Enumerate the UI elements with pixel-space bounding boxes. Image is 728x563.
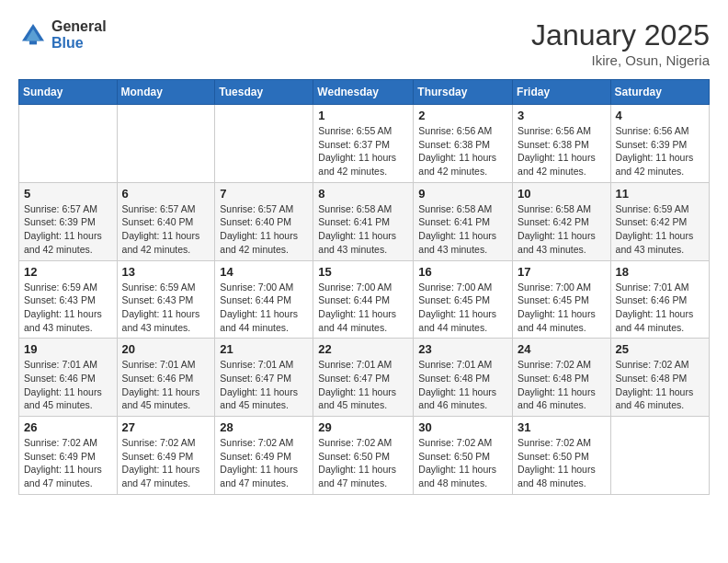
day-number: 13 <box>122 265 210 279</box>
day-number: 3 <box>518 109 606 122</box>
day-number: 8 <box>318 187 408 201</box>
calendar-cell: 8Sunrise: 6:58 AM Sunset: 6:41 PM Daylig… <box>313 182 414 260</box>
calendar-cell: 4Sunrise: 6:56 AM Sunset: 6:39 PM Daylig… <box>610 105 709 183</box>
day-number: 22 <box>318 342 408 356</box>
day-number: 7 <box>220 187 308 201</box>
calendar-cell: 30Sunrise: 7:02 AM Sunset: 6:50 PM Dayli… <box>414 417 513 495</box>
calendar-cell: 31Sunrise: 7:02 AM Sunset: 6:50 PM Dayli… <box>513 417 611 495</box>
calendar-cell: 3Sunrise: 6:56 AM Sunset: 6:38 PM Daylig… <box>513 105 611 183</box>
day-number: 25 <box>616 342 704 356</box>
day-number: 5 <box>24 187 112 201</box>
day-info: Sunrise: 6:55 AM Sunset: 6:37 PM Dayligh… <box>318 124 408 178</box>
header: General Blue January 2025 Ikire, Osun, N… <box>18 18 710 68</box>
day-info: Sunrise: 6:59 AM Sunset: 6:43 PM Dayligh… <box>122 281 210 335</box>
day-number: 12 <box>24 265 112 279</box>
day-info: Sunrise: 6:59 AM Sunset: 6:43 PM Dayligh… <box>24 281 112 335</box>
day-number: 9 <box>418 187 507 201</box>
logo-general-text: General <box>51 18 107 35</box>
day-info: Sunrise: 7:02 AM Sunset: 6:50 PM Dayligh… <box>418 436 507 490</box>
day-number: 10 <box>518 187 606 201</box>
day-info: Sunrise: 7:02 AM Sunset: 6:50 PM Dayligh… <box>318 436 408 490</box>
day-info: Sunrise: 7:00 AM Sunset: 6:45 PM Dayligh… <box>418 281 507 335</box>
calendar-cell: 25Sunrise: 7:02 AM Sunset: 6:48 PM Dayli… <box>610 339 709 417</box>
page: General Blue January 2025 Ikire, Osun, N… <box>0 0 728 563</box>
day-number: 23 <box>418 342 507 356</box>
calendar-cell: 6Sunrise: 6:57 AM Sunset: 6:40 PM Daylig… <box>117 182 215 260</box>
calendar-cell: 1Sunrise: 6:55 AM Sunset: 6:37 PM Daylig… <box>313 105 414 183</box>
calendar-cell: 28Sunrise: 7:02 AM Sunset: 6:49 PM Dayli… <box>215 417 313 495</box>
calendar-cell: 18Sunrise: 7:01 AM Sunset: 6:46 PM Dayli… <box>610 260 709 339</box>
logo-blue-text: Blue <box>51 35 107 52</box>
day-info: Sunrise: 6:58 AM Sunset: 6:41 PM Dayligh… <box>318 202 408 257</box>
calendar-table: SundayMondayTuesdayWednesdayThursdayFrid… <box>18 79 710 495</box>
day-number: 1 <box>318 109 408 122</box>
weekday-header-monday: Monday <box>117 80 215 105</box>
day-info: Sunrise: 7:01 AM Sunset: 6:48 PM Dayligh… <box>418 358 507 412</box>
calendar-cell: 17Sunrise: 7:00 AM Sunset: 6:45 PM Dayli… <box>513 260 611 339</box>
weekday-header-thursday: Thursday <box>414 80 513 105</box>
day-number: 15 <box>318 265 408 279</box>
calendar-cell: 11Sunrise: 6:59 AM Sunset: 6:42 PM Dayli… <box>610 182 709 260</box>
day-number: 16 <box>418 265 507 279</box>
day-info: Sunrise: 6:57 AM Sunset: 6:40 PM Dayligh… <box>220 202 308 257</box>
calendar-cell: 7Sunrise: 6:57 AM Sunset: 6:40 PM Daylig… <box>215 182 313 260</box>
day-number: 21 <box>220 342 308 356</box>
day-info: Sunrise: 6:56 AM Sunset: 6:39 PM Dayligh… <box>616 124 704 178</box>
day-number: 29 <box>318 420 408 434</box>
day-number: 18 <box>616 265 704 279</box>
calendar-week-row: 12Sunrise: 6:59 AM Sunset: 6:43 PM Dayli… <box>19 260 710 339</box>
calendar-cell: 2Sunrise: 6:56 AM Sunset: 6:38 PM Daylig… <box>414 105 513 183</box>
calendar-cell: 12Sunrise: 6:59 AM Sunset: 6:43 PM Dayli… <box>19 260 118 339</box>
day-number: 11 <box>616 187 704 201</box>
calendar-cell: 9Sunrise: 6:58 AM Sunset: 6:41 PM Daylig… <box>414 182 513 260</box>
calendar-week-row: 5Sunrise: 6:57 AM Sunset: 6:39 PM Daylig… <box>19 182 710 260</box>
day-info: Sunrise: 7:00 AM Sunset: 6:44 PM Dayligh… <box>220 281 308 335</box>
calendar-week-row: 1Sunrise: 6:55 AM Sunset: 6:37 PM Daylig… <box>19 105 710 183</box>
weekday-header-friday: Friday <box>513 80 611 105</box>
day-info: Sunrise: 6:56 AM Sunset: 6:38 PM Dayligh… <box>418 124 507 178</box>
calendar-title: January 2025 <box>531 18 710 52</box>
day-number: 20 <box>122 342 210 356</box>
day-info: Sunrise: 7:02 AM Sunset: 6:48 PM Dayligh… <box>518 358 606 412</box>
calendar-cell: 24Sunrise: 7:02 AM Sunset: 6:48 PM Dayli… <box>513 339 611 417</box>
calendar-cell: 10Sunrise: 6:58 AM Sunset: 6:42 PM Dayli… <box>513 182 611 260</box>
calendar-cell: 5Sunrise: 6:57 AM Sunset: 6:39 PM Daylig… <box>19 182 118 260</box>
day-info: Sunrise: 7:01 AM Sunset: 6:46 PM Dayligh… <box>122 358 210 412</box>
day-number: 2 <box>418 109 507 122</box>
day-number: 27 <box>122 420 210 434</box>
day-info: Sunrise: 7:02 AM Sunset: 6:49 PM Dayligh… <box>122 436 210 490</box>
day-info: Sunrise: 7:02 AM Sunset: 6:49 PM Dayligh… <box>220 436 308 490</box>
weekday-header-saturday: Saturday <box>610 80 709 105</box>
day-number: 30 <box>418 420 507 434</box>
calendar-cell: 20Sunrise: 7:01 AM Sunset: 6:46 PM Dayli… <box>117 339 215 417</box>
calendar-cell: 13Sunrise: 6:59 AM Sunset: 6:43 PM Dayli… <box>117 260 215 339</box>
day-info: Sunrise: 7:02 AM Sunset: 6:50 PM Dayligh… <box>518 436 606 490</box>
day-number: 4 <box>616 109 704 122</box>
day-number: 14 <box>220 265 308 279</box>
day-number: 24 <box>518 342 606 356</box>
weekday-header-row: SundayMondayTuesdayWednesdayThursdayFrid… <box>19 80 710 105</box>
day-info: Sunrise: 7:01 AM Sunset: 6:47 PM Dayligh… <box>220 358 308 412</box>
calendar-cell: 19Sunrise: 7:01 AM Sunset: 6:46 PM Dayli… <box>19 339 118 417</box>
logo: General Blue <box>18 18 107 51</box>
svg-rect-2 <box>29 40 37 44</box>
calendar-week-row: 19Sunrise: 7:01 AM Sunset: 6:46 PM Dayli… <box>19 339 710 417</box>
calendar-location: Ikire, Osun, Nigeria <box>531 52 710 68</box>
calendar-cell: 22Sunrise: 7:01 AM Sunset: 6:47 PM Dayli… <box>313 339 414 417</box>
day-info: Sunrise: 6:58 AM Sunset: 6:42 PM Dayligh… <box>518 202 606 257</box>
calendar-cell: 27Sunrise: 7:02 AM Sunset: 6:49 PM Dayli… <box>117 417 215 495</box>
day-number: 6 <box>122 187 210 201</box>
day-info: Sunrise: 7:01 AM Sunset: 6:46 PM Dayligh… <box>24 358 112 412</box>
calendar-cell <box>215 105 313 183</box>
calendar-cell: 16Sunrise: 7:00 AM Sunset: 6:45 PM Dayli… <box>414 260 513 339</box>
day-info: Sunrise: 6:58 AM Sunset: 6:41 PM Dayligh… <box>418 202 507 257</box>
day-info: Sunrise: 6:57 AM Sunset: 6:39 PM Dayligh… <box>24 202 112 257</box>
calendar-cell: 14Sunrise: 7:00 AM Sunset: 6:44 PM Dayli… <box>215 260 313 339</box>
day-number: 28 <box>220 420 308 434</box>
day-info: Sunrise: 7:02 AM Sunset: 6:48 PM Dayligh… <box>616 358 704 412</box>
day-info: Sunrise: 7:00 AM Sunset: 6:45 PM Dayligh… <box>518 281 606 335</box>
logo-text: General Blue <box>51 18 107 51</box>
title-block: January 2025 Ikire, Osun, Nigeria <box>531 18 710 68</box>
day-info: Sunrise: 6:56 AM Sunset: 6:38 PM Dayligh… <box>518 124 606 178</box>
calendar-cell: 15Sunrise: 7:00 AM Sunset: 6:44 PM Dayli… <box>313 260 414 339</box>
